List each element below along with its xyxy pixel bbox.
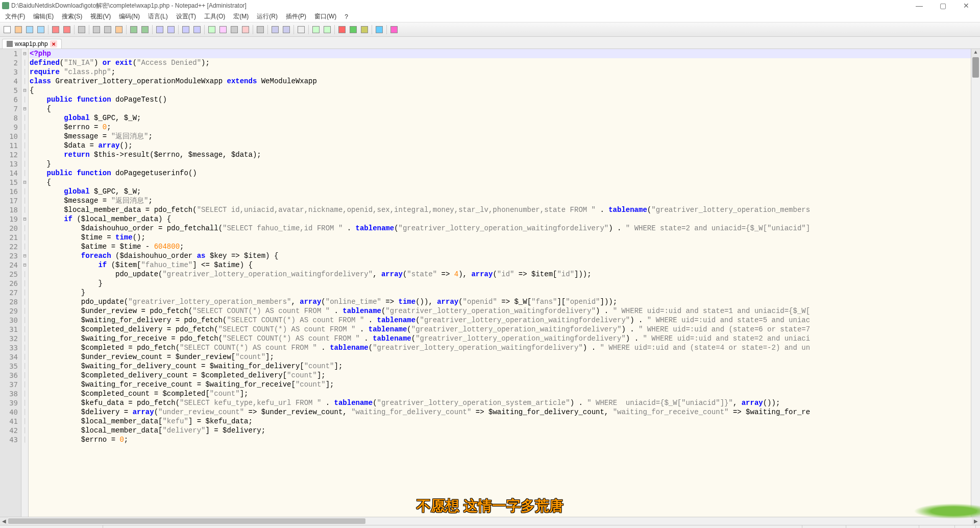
fold-marker[interactable] xyxy=(21,205,28,214)
code-line[interactable]: { xyxy=(30,178,971,187)
undo-button[interactable] xyxy=(129,25,139,35)
code-line[interactable]: } xyxy=(30,159,971,169)
fold-marker[interactable] xyxy=(21,362,28,371)
run-button[interactable] xyxy=(374,25,384,35)
maximize-button[interactable]: ▢ xyxy=(931,0,954,11)
code-line[interactable]: { xyxy=(30,104,971,113)
fold-marker[interactable] xyxy=(21,86,28,95)
lang-button[interactable] xyxy=(240,25,251,35)
closeall-button[interactable] xyxy=(62,25,72,35)
code-line[interactable]: defined("IN_IA") or exit("Access Denied"… xyxy=(30,58,971,67)
scroll-up-arrow[interactable]: ▲ xyxy=(971,49,980,57)
hscroll-left-arrow[interactable]: ◀ xyxy=(0,517,8,525)
fold-marker[interactable] xyxy=(21,187,28,196)
code-area[interactable]: <?phpdefined("IN_IA") or exit("Access De… xyxy=(29,49,971,517)
saveall-button[interactable] xyxy=(36,25,46,35)
code-line[interactable]: class Greatriver_lottery_operationModule… xyxy=(30,77,971,86)
menu-help[interactable]: ? xyxy=(341,12,351,21)
fold-marker[interactable] xyxy=(21,58,28,67)
fold-marker[interactable] xyxy=(21,398,28,407)
fold-marker[interactable] xyxy=(21,141,28,150)
fold-marker[interactable] xyxy=(21,113,28,123)
code-line[interactable]: $under_review = pdo_fetch("SELECT COUNT(… xyxy=(30,306,971,316)
code-line[interactable]: public function doPageTest() xyxy=(30,95,971,104)
find-button[interactable] xyxy=(155,25,165,35)
fold-marker[interactable] xyxy=(21,150,28,159)
indent-button[interactable] xyxy=(255,25,265,35)
menu-search[interactable]: 搜索(S) xyxy=(59,11,85,22)
stop-button[interactable] xyxy=(359,25,370,35)
uncomment-button[interactable] xyxy=(322,25,332,35)
fold-marker[interactable] xyxy=(21,67,28,77)
close-button[interactable] xyxy=(51,25,61,35)
zoomout-button[interactable] xyxy=(192,25,202,35)
code-line[interactable]: require "class.php"; xyxy=(30,67,971,77)
fold-marker[interactable] xyxy=(21,371,28,380)
fold-marker[interactable] xyxy=(21,279,28,288)
code-line[interactable]: global $_GPC, $_W; xyxy=(30,113,971,123)
paste-button[interactable] xyxy=(114,25,124,35)
fold-marker[interactable] xyxy=(21,95,28,104)
replace-button[interactable] xyxy=(166,25,176,35)
menu-file[interactable]: 文件(F) xyxy=(2,11,28,22)
fold-marker[interactable] xyxy=(21,380,28,389)
fold-marker[interactable] xyxy=(21,316,28,325)
menu-tools[interactable]: 工具(O) xyxy=(201,11,228,22)
code-line[interactable]: <?php xyxy=(30,49,971,58)
code-line[interactable]: $data = array(); xyxy=(30,141,971,150)
fold-marker[interactable] xyxy=(21,435,28,444)
code-line[interactable]: $message = "返回消息"; xyxy=(30,132,971,141)
guides-button[interactable] xyxy=(229,25,239,35)
code-line[interactable]: $waiting_for_receive_count = $waiting_fo… xyxy=(30,380,971,389)
code-line[interactable]: $completed_delivery_count = $completed_d… xyxy=(30,371,971,380)
fold-marker[interactable] xyxy=(21,49,28,58)
vertical-scrollbar[interactable]: ▲ ▼ xyxy=(971,49,980,517)
code-line[interactable]: } xyxy=(30,279,971,288)
code-line[interactable]: $completed = pdo_fetch("SELECT COUNT(*) … xyxy=(30,343,971,352)
code-line[interactable]: if ($local_member_data) { xyxy=(30,214,971,224)
menu-run[interactable]: 运行(R) xyxy=(254,11,281,22)
fold-marker[interactable] xyxy=(21,407,28,417)
menu-encoding[interactable]: 编码(N) xyxy=(116,11,143,22)
code-line[interactable]: $atime = $time - 604800; xyxy=(30,242,971,251)
code-line[interactable]: $delivery = array("under_review_count" =… xyxy=(30,407,971,417)
code-line[interactable]: $under_review_count = $under_review["cou… xyxy=(30,352,971,362)
hscroll-thumb[interactable] xyxy=(8,518,365,524)
code-line[interactable]: $message = "返回消息"; xyxy=(30,196,971,205)
code-line[interactable]: $errno = 0; xyxy=(30,123,971,132)
menu-window[interactable]: 窗口(W) xyxy=(311,11,339,22)
menu-edit[interactable]: 编辑(E) xyxy=(30,11,57,22)
fold-marker[interactable] xyxy=(21,288,28,297)
fold-marker[interactable] xyxy=(21,159,28,169)
save-button[interactable] xyxy=(24,25,35,35)
fold-button[interactable] xyxy=(270,25,280,35)
fold-marker[interactable] xyxy=(21,242,28,251)
fold-marker[interactable] xyxy=(21,325,28,334)
fold-marker[interactable] xyxy=(21,214,28,224)
horizontal-scrollbar[interactable]: ◀ ▶ xyxy=(0,517,980,525)
cut-button[interactable] xyxy=(91,25,102,35)
unfold-button[interactable] xyxy=(281,25,291,35)
code-line[interactable]: $completed_count = $completed["count"]; xyxy=(30,389,971,398)
close-button[interactable]: ✕ xyxy=(954,0,978,11)
fold-marker[interactable] xyxy=(21,132,28,141)
code-line[interactable]: public function doPagegetuserinfo() xyxy=(30,169,971,178)
fold-marker[interactable] xyxy=(21,224,28,233)
code-line[interactable]: pdo_update("greatriver_lottery_operation… xyxy=(30,270,971,279)
code-line[interactable]: } xyxy=(30,288,971,297)
copy-button[interactable] xyxy=(103,25,113,35)
code-line[interactable]: global $_GPC, $_W; xyxy=(30,187,971,196)
fold-marker[interactable] xyxy=(21,260,28,270)
fold-marker[interactable] xyxy=(21,426,28,435)
fold-marker[interactable] xyxy=(21,270,28,279)
redo-button[interactable] xyxy=(140,25,150,35)
code-line[interactable]: $local_member_data["kefu"] = $kefu_data; xyxy=(30,417,971,426)
hide-button[interactable] xyxy=(296,25,306,35)
wrap-button[interactable] xyxy=(218,25,228,35)
tab-active[interactable]: wxap1p.php ✕ xyxy=(2,39,62,49)
code-line[interactable]: $kefu_data = pdo_fetch("SELECT kefu_type… xyxy=(30,398,971,407)
fold-marker[interactable] xyxy=(21,417,28,426)
play-button[interactable] xyxy=(348,25,358,35)
fold-marker[interactable] xyxy=(21,251,28,260)
fold-marker[interactable] xyxy=(21,352,28,362)
